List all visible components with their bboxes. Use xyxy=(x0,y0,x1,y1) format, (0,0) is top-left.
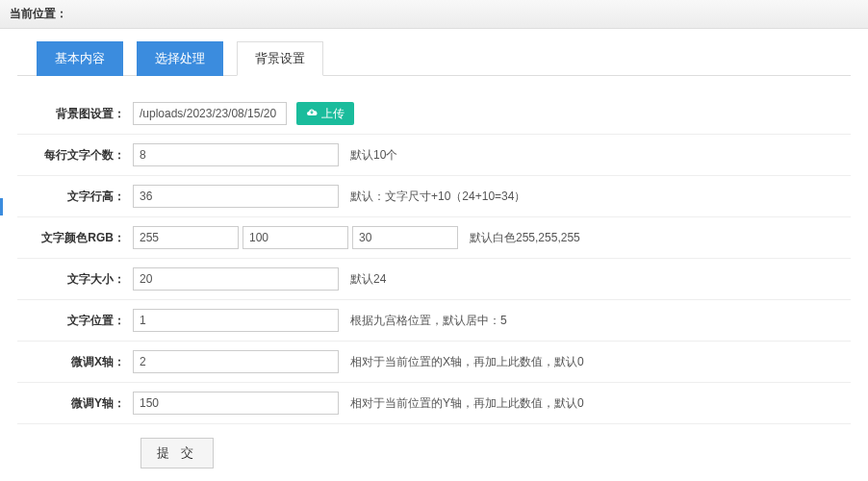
label-line-height: 文字行高： xyxy=(17,189,133,205)
hint-line-height: 默认：文字尺寸+10（24+10=34） xyxy=(350,189,525,205)
bgimage-input[interactable] xyxy=(133,102,287,125)
hint-offset-x: 相对于当前位置的X轴，再加上此数值，默认0 xyxy=(350,354,584,370)
hint-font-size: 默认24 xyxy=(350,271,386,288)
font-size-input[interactable] xyxy=(133,267,339,291)
label-font-size: 文字大小： xyxy=(17,271,133,288)
cloud-upload-icon xyxy=(306,107,318,121)
tab-select[interactable]: 选择处理 xyxy=(137,41,223,76)
position-input[interactable] xyxy=(133,309,339,332)
hint-offset-y: 相对于当前位置的Y轴，再加上此数值，默认0 xyxy=(350,395,584,412)
offset-x-input[interactable] xyxy=(133,350,339,373)
hint-position: 根据九宫格位置，默认居中：5 xyxy=(350,313,507,329)
row-color-rgb: 文字颜色RGB： 默认白色255,255,255 xyxy=(17,217,851,259)
color-r-input[interactable] xyxy=(133,226,239,249)
row-bgimage: 背景图设置： 上传 xyxy=(17,93,851,135)
label-chars-per-line: 每行文字个数： xyxy=(17,147,133,164)
label-position: 文字位置： xyxy=(17,313,133,329)
breadcrumb: 当前位置： xyxy=(0,0,868,29)
label-offset-y: 微调Y轴： xyxy=(17,395,133,412)
hint-color-rgb: 默认白色255,255,255 xyxy=(470,230,580,246)
label-bgimage: 背景图设置： xyxy=(17,106,133,122)
row-offset-y: 微调Y轴： 相对于当前位置的Y轴，再加上此数值，默认0 xyxy=(17,383,851,424)
row-line-height: 文字行高： 默认：文字尺寸+10（24+10=34） xyxy=(17,176,851,217)
color-g-input[interactable] xyxy=(243,226,348,249)
row-font-size: 文字大小： 默认24 xyxy=(17,259,851,300)
line-height-input[interactable] xyxy=(133,185,339,208)
upload-button[interactable]: 上传 xyxy=(296,102,354,125)
row-position: 文字位置： 根据九宫格位置，默认居中：5 xyxy=(17,300,851,342)
offset-y-input[interactable] xyxy=(133,392,339,415)
row-submit: 提 交 xyxy=(17,424,851,468)
tab-background[interactable]: 背景设置 xyxy=(237,41,323,76)
tabs: 基本内容 选择处理 背景设置 xyxy=(17,40,851,76)
tab-basic[interactable]: 基本内容 xyxy=(37,41,123,76)
submit-button[interactable]: 提 交 xyxy=(140,438,214,468)
row-chars-per-line: 每行文字个数： 默认10个 xyxy=(17,135,851,176)
chars-per-line-input[interactable] xyxy=(133,143,339,166)
settings-form: 背景图设置： 上传 每行文字个数： 默认10个 文字行高： xyxy=(17,76,851,468)
label-color-rgb: 文字颜色RGB： xyxy=(17,230,133,246)
color-b-input[interactable] xyxy=(352,226,458,249)
hint-chars-per-line: 默认10个 xyxy=(350,147,397,164)
upload-button-label: 上传 xyxy=(321,106,345,122)
label-offset-x: 微调X轴： xyxy=(17,354,133,370)
row-offset-x: 微调X轴： 相对于当前位置的X轴，再加上此数值，默认0 xyxy=(17,342,851,383)
